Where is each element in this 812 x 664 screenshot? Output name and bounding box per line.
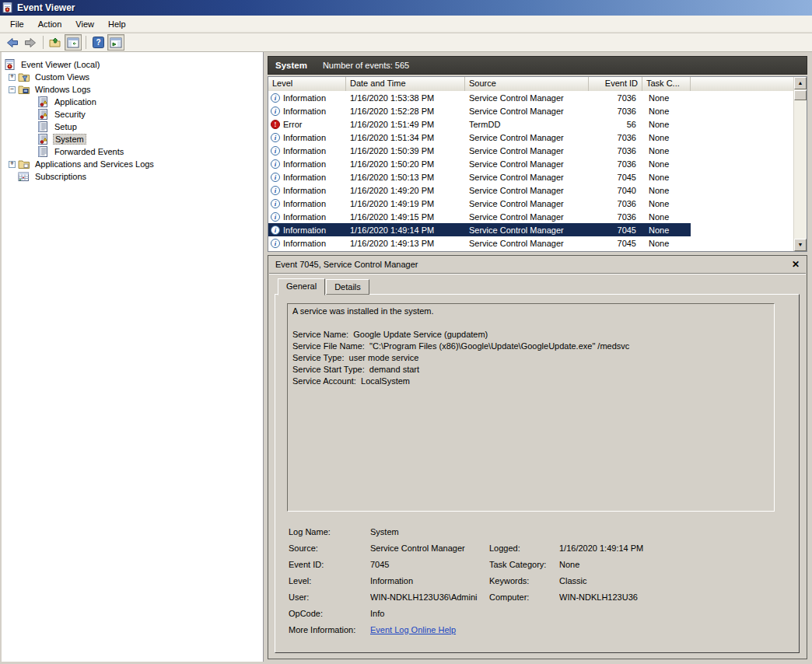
column-header-event-id[interactable]: Event ID <box>589 77 642 91</box>
property-row: OpCode: Info <box>289 605 791 621</box>
log-warn-icon <box>37 109 50 120</box>
table-row[interactable]: !Error 1/16/2020 1:51:49 PM TermDD 56 No… <box>268 117 691 131</box>
log-warn-icon <box>37 134 50 145</box>
sidebar-item-label: Security <box>53 109 87 120</box>
window-title: Event Viewer <box>17 2 75 13</box>
show-action-pane-button[interactable] <box>107 34 124 51</box>
arrow-right-icon <box>24 37 37 49</box>
action-pane-icon <box>110 37 122 49</box>
sidebar-item-applications-and-services-logs[interactable]: + Applications and Services Logs <box>2 158 263 170</box>
description-line: Service File Name: "C:\Program Files (x8… <box>292 341 769 353</box>
table-row[interactable]: iInformation 1/16/2020 1:49:20 PM Servic… <box>268 183 691 197</box>
help-button[interactable]: ? <box>89 34 107 51</box>
column-header-row: LevelDate and TimeSourceEvent IDTask C..… <box>268 77 793 91</box>
table-row[interactable]: iInformation 1/16/2020 1:49:13 PM Servic… <box>268 236 691 250</box>
property-row: More Information: Event Log Online Help <box>289 621 791 638</box>
menu-file[interactable]: File <box>3 17 31 31</box>
sidebar-item-label: Forwarded Events <box>53 146 125 157</box>
sidebar-item-system[interactable]: System <box>2 133 263 145</box>
sidebar-item-custom-views[interactable]: + Custom Views <box>2 71 263 83</box>
subscriptions-icon <box>18 171 30 182</box>
information-icon: i <box>271 93 280 103</box>
menu-bar: FileActionViewHelp <box>0 16 812 33</box>
log-name-title: System <box>275 61 307 70</box>
column-header-filler <box>691 77 793 91</box>
sidebar-item-application[interactable]: Application <box>2 96 263 108</box>
scroll-up-button[interactable]: ▲ <box>794 77 807 89</box>
console-tree-panel: Event Viewer (Local) + Custom Views − Wi… <box>2 52 264 662</box>
property-row: Level: Information Keywords: Classic <box>289 572 791 589</box>
sidebar-item-setup[interactable]: Setup <box>2 121 263 133</box>
information-icon: i <box>271 199 280 208</box>
event-rows: iInformation 1/16/2020 1:53:38 PM Servic… <box>268 91 807 250</box>
event-list-scrollbar[interactable]: ▲ ▼ <box>793 77 807 251</box>
show-console-tree-button[interactable] <box>65 34 82 51</box>
table-row[interactable]: iInformation 1/16/2020 1:50:39 PM Servic… <box>268 144 691 157</box>
sidebar-item-label: Setup <box>53 121 79 132</box>
toolbar-separator <box>86 36 86 49</box>
collapse-icon[interactable]: − <box>9 86 16 93</box>
table-row[interactable]: iInformation 1/16/2020 1:49:19 PM Servic… <box>268 197 691 210</box>
sidebar-item-forwarded-events[interactable]: Forwarded Events <box>2 145 263 158</box>
table-row[interactable]: iInformation 1/16/2020 1:50:13 PM Servic… <box>268 170 691 183</box>
preview-tabs: GeneralDetails <box>278 278 370 295</box>
description-line: Service Name: Google Update Service (gup… <box>292 330 769 341</box>
toolbar: ? <box>0 33 812 52</box>
column-header-date-and-time[interactable]: Date and Time <box>346 77 465 91</box>
event-list: LevelDate and TimeSourceEvent IDTask C..… <box>268 76 807 252</box>
event-viewer-window: Event Viewer FileActionViewHelp ? Event … <box>0 0 812 664</box>
export-button[interactable] <box>47 34 64 51</box>
table-row[interactable]: iInformation 1/16/2020 1:51:34 PM Servic… <box>268 131 691 144</box>
sidebar-item-label: Windows Logs <box>33 84 93 95</box>
information-icon: i <box>271 107 280 116</box>
table-row[interactable]: iInformation 1/16/2020 1:50:20 PM Servic… <box>268 157 691 170</box>
expand-icon[interactable]: + <box>9 74 16 81</box>
table-row[interactable]: iInformation 1/16/2020 1:49:14 PM Servic… <box>268 223 691 236</box>
sidebar-item-label: Subscriptions <box>33 171 88 182</box>
console-tree-icon <box>67 37 79 49</box>
information-icon: i <box>271 225 280 235</box>
column-header-task-c-[interactable]: Task C... <box>642 77 691 91</box>
menu-view[interactable]: View <box>68 17 101 31</box>
table-row[interactable]: iInformation 1/16/2020 1:53:38 PM Servic… <box>268 91 691 104</box>
expand-icon[interactable]: + <box>9 161 16 168</box>
information-icon: i <box>271 186 280 195</box>
column-header-level[interactable]: Level <box>268 77 346 91</box>
scroll-down-button[interactable]: ▼ <box>794 239 807 251</box>
back-button[interactable] <box>4 34 21 51</box>
log-header-bar: System Number of events: 565 <box>268 56 807 75</box>
column-header-source[interactable]: Source <box>465 77 589 91</box>
log-plain-icon <box>37 146 50 157</box>
folder-logs-icon <box>18 84 30 95</box>
scrollbar-thumb[interactable] <box>794 90 807 100</box>
tab-details[interactable]: Details <box>326 279 369 295</box>
information-icon: i <box>271 212 280 222</box>
tab-general[interactable]: General <box>278 278 325 295</box>
sidebar-item-subscriptions[interactable]: Subscriptions <box>2 170 263 183</box>
help-icon: ? <box>93 37 104 48</box>
folder-icon <box>18 159 30 169</box>
information-icon: i <box>271 133 280 142</box>
sidebar-item-label: Custom Views <box>33 72 91 82</box>
property-row: Event ID: 7045 Task Category: None <box>289 556 791 572</box>
folder-filter-icon <box>18 72 30 82</box>
table-row[interactable]: iInformation 1/16/2020 1:52:28 PM Servic… <box>268 104 691 117</box>
event-log-online-help-link[interactable]: Event Log Online Help <box>370 625 489 634</box>
description-line: A service was installed in the system. <box>292 306 769 318</box>
sidebar-item-windows-logs[interactable]: − Windows Logs <box>2 83 263 96</box>
sidebar-item-label: System <box>53 134 86 145</box>
svg-text:?: ? <box>96 38 100 47</box>
close-icon[interactable]: ✕ <box>792 259 800 270</box>
sidebar-item-event-viewer-local-[interactable]: Event Viewer (Local) <box>2 58 263 71</box>
property-row: Log Name: System <box>289 523 791 540</box>
information-icon: i <box>271 159 280 169</box>
table-row[interactable]: iInformation 1/16/2020 1:49:15 PM Servic… <box>268 210 691 223</box>
menu-help[interactable]: Help <box>101 17 133 31</box>
forward-button[interactable] <box>22 34 39 51</box>
description-line <box>292 318 769 330</box>
folder-export-icon <box>49 37 61 49</box>
log-plain-icon <box>37 121 50 132</box>
sidebar-item-label: Application <box>53 96 98 107</box>
sidebar-item-security[interactable]: Security <box>2 108 263 121</box>
menu-action[interactable]: Action <box>31 17 69 31</box>
